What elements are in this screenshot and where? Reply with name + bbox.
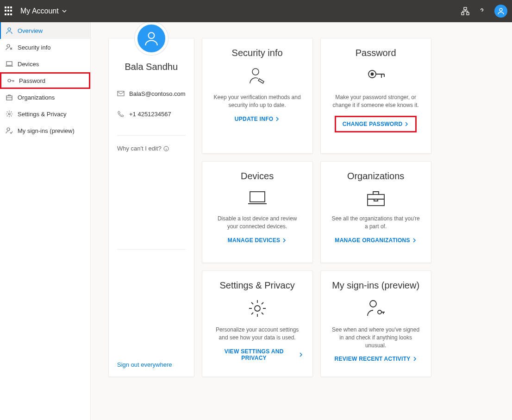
card-title: My sign-ins (preview) xyxy=(332,280,419,291)
sidebar-item-overview[interactable]: Overview xyxy=(0,22,90,39)
profile-card: Bala Sandhu BalaS@contoso.com +1 4251234… xyxy=(108,38,194,377)
chevron-right-icon xyxy=(282,238,287,243)
card-description: Make your password stronger, or change i… xyxy=(330,94,422,109)
svg-rect-0 xyxy=(464,7,467,10)
sidebar-item-label: Overview xyxy=(18,27,43,34)
main-content: Bala Sandhu BalaS@contoso.com +1 4251234… xyxy=(91,22,512,420)
svg-rect-18 xyxy=(368,194,384,206)
profile-email: BalaS@contoso.com xyxy=(129,90,186,97)
sidebar-item-label: Organizations xyxy=(18,94,55,101)
card-title: Organizations xyxy=(347,171,404,182)
svg-rect-2 xyxy=(467,13,469,15)
briefcase-card-icon xyxy=(366,189,386,209)
gear-card-icon xyxy=(247,298,268,320)
card-description: See when and where you've signed in and … xyxy=(330,326,422,349)
manage-organizations-button[interactable]: MANAGE ORGANIZATIONS xyxy=(335,237,416,244)
svg-point-9 xyxy=(8,113,10,115)
help-icon[interactable] xyxy=(478,7,486,15)
security-icon xyxy=(6,44,13,51)
phone-icon xyxy=(117,110,125,118)
info-icon xyxy=(163,146,169,151)
manage-devices-button[interactable]: MANAGE DEVICES xyxy=(228,237,287,244)
person-icon xyxy=(6,27,13,34)
divider xyxy=(117,249,186,250)
sidebar-item-label: Devices xyxy=(18,61,39,68)
signin-card-icon xyxy=(366,298,386,320)
svg-rect-1 xyxy=(462,13,464,15)
card-description: See all the organizations that you're a … xyxy=(330,215,422,231)
sidebar-item-devices[interactable]: Devices xyxy=(0,56,90,72)
card-title: Devices xyxy=(241,171,274,182)
why-cant-edit-link[interactable]: Why can't I edit? xyxy=(117,145,186,152)
sidebar-item-settings-privacy[interactable]: Settings & Privacy xyxy=(0,106,90,122)
gear-icon xyxy=(6,110,13,118)
update-info-button[interactable]: UPDATE INFO xyxy=(235,116,280,122)
svg-point-14 xyxy=(252,69,259,75)
profile-phone-row: +1 4251234567 xyxy=(117,110,186,118)
svg-point-21 xyxy=(378,310,381,314)
app-title-dropdown[interactable]: My Account xyxy=(20,7,67,15)
chevron-right-icon xyxy=(412,357,417,361)
svg-point-11 xyxy=(148,32,154,38)
user-avatar[interactable] xyxy=(494,5,507,18)
chevron-right-icon xyxy=(412,238,417,243)
sidebar: Overview Security info Devices Password … xyxy=(0,22,91,420)
card-description: Personalize your account settings and se… xyxy=(212,326,303,342)
sidebar-item-label: Security info xyxy=(18,44,51,51)
svg-point-10 xyxy=(7,128,10,131)
svg-point-19 xyxy=(255,306,260,311)
app-launcher-icon[interactable] xyxy=(5,6,14,16)
sidebar-item-organizations[interactable]: Organizations xyxy=(0,89,90,106)
key-icon xyxy=(7,77,14,84)
card-description: Disable a lost device and review your co… xyxy=(212,215,303,231)
laptop-card-icon xyxy=(246,189,268,209)
security-info-card: Security info Keep your verification met… xyxy=(202,38,313,154)
svg-rect-6 xyxy=(6,62,12,65)
settings-privacy-card: Settings & Privacy Personalize your acco… xyxy=(202,270,313,377)
sidebar-item-label: Settings & Privacy xyxy=(18,111,67,118)
svg-point-3 xyxy=(500,8,502,11)
chevron-right-icon xyxy=(404,122,409,126)
svg-point-16 xyxy=(371,73,373,75)
sidebar-item-label: My sign-ins (preview) xyxy=(18,127,75,134)
profile-name: Bala Sandhu xyxy=(117,62,186,72)
sidebar-item-password[interactable]: Password xyxy=(0,72,90,89)
svg-point-4 xyxy=(8,28,11,31)
signin-icon xyxy=(6,127,13,134)
chevron-right-icon xyxy=(275,117,280,121)
sidebar-item-security-info[interactable]: Security info xyxy=(0,39,90,56)
mail-icon xyxy=(117,90,125,97)
card-description: Keep your verification methods and secur… xyxy=(212,94,303,109)
app-title: My Account xyxy=(20,7,59,15)
briefcase-icon xyxy=(6,94,13,101)
view-settings-privacy-button[interactable]: VIEW SETTINGS AND PRIVACY xyxy=(212,348,303,361)
card-title: Security info xyxy=(232,48,283,58)
sign-out-everywhere-link[interactable]: Sign out everywhere xyxy=(117,361,186,368)
card-title: Settings & Privacy xyxy=(219,280,294,291)
laptop-icon xyxy=(6,60,13,68)
password-card: Password Make your password stronger, or… xyxy=(320,38,431,154)
profile-avatar xyxy=(135,22,168,55)
profile-phone: +1 4251234567 xyxy=(129,111,171,118)
svg-point-7 xyxy=(8,79,11,82)
profile-email-row: BalaS@contoso.com xyxy=(117,90,186,97)
organizations-card: Organizations See all the organizations … xyxy=(320,161,431,263)
svg-rect-12 xyxy=(118,91,124,96)
sidebar-item-label: Password xyxy=(19,77,45,84)
security-card-icon xyxy=(247,66,268,88)
key-card-icon xyxy=(366,66,386,88)
svg-point-5 xyxy=(7,44,10,47)
divider xyxy=(117,135,186,136)
svg-point-20 xyxy=(370,301,376,307)
svg-rect-17 xyxy=(250,192,265,202)
devices-card: Devices Disable a lost device and review… xyxy=(202,161,313,263)
card-title: Password xyxy=(356,48,396,58)
topbar: My Account xyxy=(0,0,512,22)
review-recent-activity-button[interactable]: REVIEW RECENT ACTIVITY xyxy=(335,356,417,362)
sidebar-item-my-signins[interactable]: My sign-ins (preview) xyxy=(0,122,90,139)
chevron-down-icon xyxy=(62,8,67,14)
chevron-right-icon xyxy=(299,352,303,357)
change-password-button[interactable]: CHANGE PASSWORD xyxy=(335,116,417,132)
org-structure-icon[interactable] xyxy=(461,7,469,15)
my-signins-card: My sign-ins (preview) See when and where… xyxy=(320,270,431,377)
